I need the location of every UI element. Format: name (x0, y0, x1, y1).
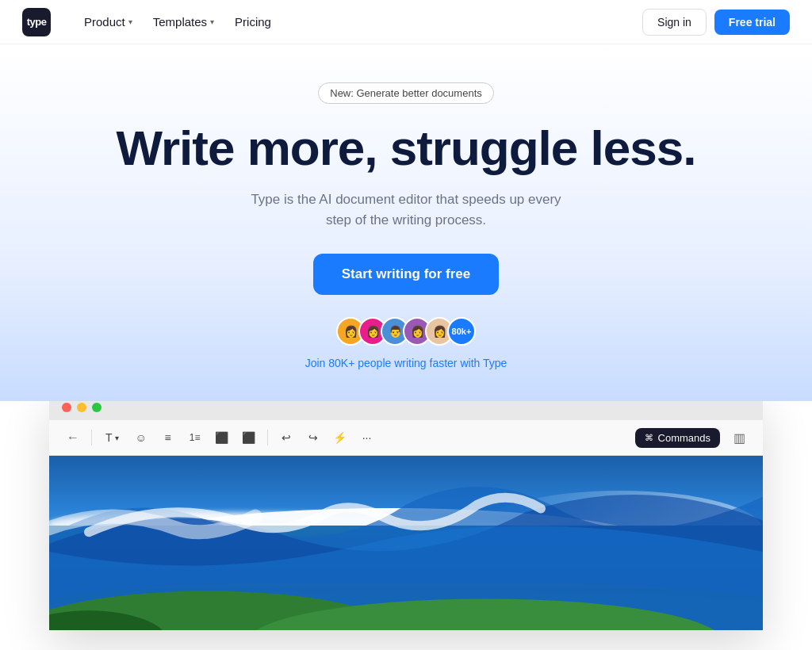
editor-content[interactable] (49, 456, 763, 630)
freetrial-button[interactable]: Free trial (714, 10, 790, 35)
social-proof-text: Join 80K+ people writing faster with Typ… (305, 357, 508, 369)
redo-button[interactable]: ↪ (302, 426, 324, 449)
text-format-icon: T (105, 431, 113, 444)
navbar: type Product ▾ Templates ▾ Pricing Sign … (0, 0, 812, 44)
hero-badge: New: Generate better documents (318, 82, 494, 104)
redo-icon: ↪ (308, 431, 318, 444)
numbered-list-icon: 1≡ (190, 432, 201, 443)
avatar-count: 80k+ (447, 317, 476, 346)
window-close-dot[interactable] (62, 403, 71, 412)
social-proof: 👩 👩 👨 👩 👩 80k+ (336, 317, 476, 346)
window-maximize-dot[interactable] (92, 403, 102, 412)
nav-product[interactable]: Product ▾ (76, 10, 140, 33)
bullet-list-button[interactable]: ≡ (157, 426, 179, 449)
wave-svg (49, 473, 763, 630)
commands-label: Commands (658, 432, 710, 444)
start-writing-button[interactable]: Start writing for free (313, 254, 499, 295)
emoji-icon: ☺ (135, 431, 146, 444)
commands-button[interactable]: ⌘ Commands (635, 428, 720, 448)
sidebar-toggle-button[interactable]: ▥ (728, 426, 750, 449)
lightning-icon: ⚡ (333, 431, 347, 444)
toolbar-left: ← T ▾ ☺ ≡ 1≡ ⬛ (62, 426, 378, 449)
commands-logo-icon: ⌘ (645, 433, 653, 443)
window-toolbar: ← T ▾ ☺ ≡ 1≡ ⬛ (49, 420, 763, 456)
window-minimize-dot[interactable] (77, 403, 86, 412)
align-right-icon: ⬛ (242, 431, 255, 444)
nav-actions: Sign in Free trial (642, 9, 790, 36)
toolbar-right: ⌘ Commands ▥ (635, 426, 750, 449)
align-left-icon: ⬛ (215, 431, 228, 444)
wave-image (49, 456, 763, 630)
signin-button[interactable]: Sign in (642, 9, 707, 36)
text-format-chevron-icon: ▾ (115, 434, 119, 442)
product-chevron-icon: ▾ (128, 17, 132, 26)
numbered-list-button[interactable]: 1≡ (184, 426, 206, 449)
text-format-button[interactable]: T ▾ (99, 428, 125, 447)
undo-icon: ↩ (282, 431, 291, 444)
undo-button[interactable]: ↩ (275, 426, 297, 449)
nav-templates[interactable]: Templates ▾ (145, 10, 222, 33)
app-window-wrapper: ← T ▾ ☺ ≡ 1≡ ⬛ (0, 393, 812, 630)
hero-title: Write more, struggle less. (117, 121, 696, 175)
align-right-button[interactable]: ⬛ (238, 426, 260, 449)
more-icon: ··· (362, 431, 372, 444)
sidebar-icon: ▥ (733, 430, 745, 445)
hero-subtitle: Type is the AI document editor that spee… (239, 189, 573, 230)
toolbar-separator-1 (91, 430, 92, 445)
lightning-button[interactable]: ⚡ (329, 426, 351, 449)
back-icon: ← (67, 430, 79, 445)
emoji-button[interactable]: ☺ (130, 426, 152, 449)
logo-box: type (22, 8, 51, 36)
templates-chevron-icon: ▾ (210, 17, 214, 26)
toolbar-separator-2 (267, 430, 268, 445)
back-button[interactable]: ← (62, 426, 84, 449)
nav-pricing[interactable]: Pricing (227, 10, 279, 33)
bullet-list-icon: ≡ (164, 431, 170, 444)
align-left-button[interactable]: ⬛ (211, 426, 233, 449)
hero-section: New: Generate better documents Write mor… (0, 44, 812, 401)
more-button[interactable]: ··· (356, 426, 378, 449)
app-window: ← T ▾ ☺ ≡ 1≡ ⬛ (49, 393, 763, 630)
avatar-group: 👩 👩 👨 👩 👩 80k+ (336, 317, 476, 346)
logo[interactable]: type (22, 8, 51, 36)
logo-text: type (27, 16, 47, 28)
nav-links: Product ▾ Templates ▾ Pricing (76, 10, 642, 33)
